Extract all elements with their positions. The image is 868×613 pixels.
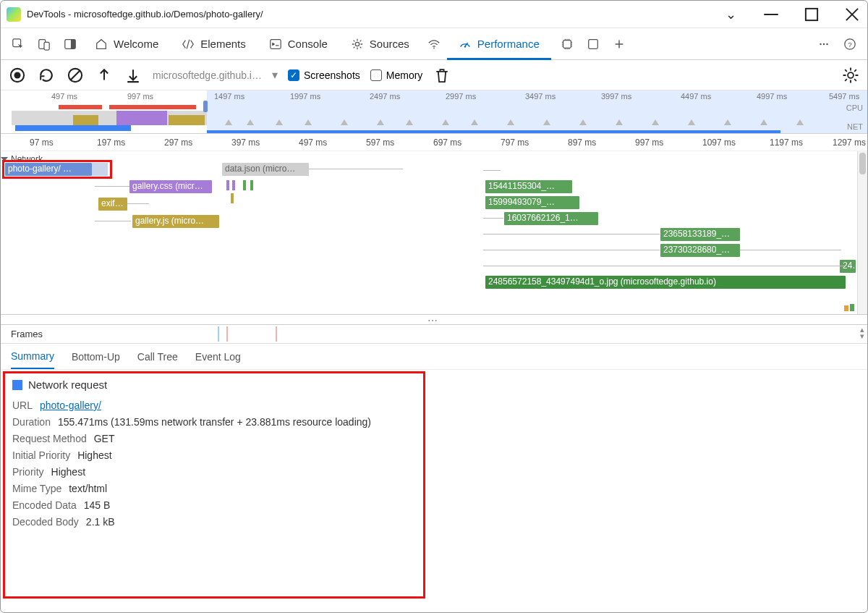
summary-duration: 155.471ms (131.59ms network transfer + 2… <box>58 416 371 428</box>
upload-profile-button[interactable] <box>95 66 114 85</box>
tab-welcome-label: Welcome <box>114 38 158 50</box>
network-bar-image[interactable]: 15441155304_… <box>485 180 572 193</box>
memory-checkbox[interactable]: Memory <box>370 69 423 81</box>
summary-panel: Network request URLphoto-gallery/ Durati… <box>1 370 867 612</box>
network-bar-image-long[interactable]: 24856572158_43497494d1_o.jpg (microsofte… <box>485 276 846 289</box>
screenshots-checkbox[interactable]: ✓Screenshots <box>288 69 360 81</box>
frames-label: Frames <box>11 329 43 339</box>
tool-tabstrip: Welcome Elements Console Sources Perform… <box>1 28 867 60</box>
chevron-down-icon[interactable]: ⌄ <box>721 5 740 24</box>
summary-request-method: GET <box>94 433 115 444</box>
overview-minimap[interactable]: 497 ms 997 ms 1497 ms 1997 ms 2497 ms 29… <box>1 90 867 134</box>
close-button[interactable] <box>843 5 861 24</box>
network-bar-css[interactable]: gallery.css (micr… <box>129 180 212 193</box>
frames-section[interactable]: Frames ▴▾ <box>1 325 867 344</box>
network-bar-image[interactable]: 23730328680_… <box>660 244 740 257</box>
network-bar-exif[interactable]: exif… <box>98 198 127 211</box>
clear-button[interactable] <box>66 66 85 85</box>
window-title: DevTools - microsoftedge.github.io/Demos… <box>27 9 263 20</box>
svg-point-13 <box>823 43 825 45</box>
network-bar-document[interactable]: photo-gallery/ … <box>5 163 92 176</box>
add-tab-icon[interactable] <box>606 28 632 59</box>
svg-rect-10 <box>563 40 571 48</box>
edge-devtools-icon <box>7 7 21 22</box>
svg-point-12 <box>820 43 822 45</box>
memory-tool-icon[interactable] <box>554 28 580 59</box>
network-bar-image[interactable]: 23658133189_… <box>660 228 740 241</box>
svg-point-14 <box>826 43 828 45</box>
tab-console[interactable]: Console <box>258 28 339 59</box>
more-icon[interactable] <box>811 28 837 59</box>
svg-rect-11 <box>588 39 597 48</box>
flame-scrollbar[interactable] <box>857 151 867 314</box>
tab-performance[interactable]: Performance <box>447 28 551 59</box>
summary-heading: Network request <box>12 379 856 391</box>
tab-call-tree[interactable]: Call Tree <box>137 345 178 368</box>
details-tabstrip: Summary Bottom-Up Call Tree Event Log <box>1 344 867 370</box>
title-bar: DevTools - microsoftedge.github.io/Demos… <box>1 1 867 28</box>
svg-rect-3 <box>44 42 49 50</box>
svg-point-7 <box>355 42 359 46</box>
summary-url-link[interactable]: photo-gallery/ <box>40 399 101 411</box>
download-profile-button[interactable] <box>124 66 142 85</box>
device-toolbar-icon[interactable] <box>31 28 57 59</box>
svg-point-20 <box>848 72 854 78</box>
settings-gear-icon[interactable] <box>841 66 860 85</box>
inspect-element-icon[interactable] <box>5 28 31 59</box>
tab-summary[interactable]: Summary <box>11 344 54 369</box>
maximize-button[interactable] <box>802 5 821 24</box>
svg-point-18 <box>14 72 20 78</box>
collapsed-sections-indicator[interactable]: ⋯ <box>1 315 867 325</box>
flame-chart-network[interactable]: Network photo-gallery/ … data.json (micr… <box>1 151 867 315</box>
tab-elements-label: Elements <box>200 38 246 50</box>
dock-side-icon[interactable] <box>57 28 83 59</box>
svg-rect-6 <box>271 39 281 48</box>
network-bar-image[interactable]: 24… <box>840 260 856 273</box>
network-bar-json[interactable]: data.json (micro… <box>222 163 309 176</box>
summary-initial-priority: Highest <box>77 449 111 461</box>
color-swatch <box>12 380 22 390</box>
frames-scroll-buttons[interactable]: ▴▾ <box>860 326 864 339</box>
tab-event-log[interactable]: Event Log <box>195 345 241 368</box>
summary-priority: Highest <box>51 466 85 478</box>
delete-profile-button[interactable] <box>433 66 451 85</box>
reload-record-button[interactable] <box>37 66 56 85</box>
summary-decoded-body: 2.1 kB <box>86 516 115 528</box>
svg-text:?: ? <box>848 40 852 48</box>
svg-point-9 <box>464 46 467 48</box>
summary-mimetype: text/html <box>69 483 107 494</box>
recording-url: microsoftedge.github.i… <box>153 69 262 81</box>
tab-performance-label: Performance <box>477 38 540 50</box>
svg-rect-0 <box>806 8 817 20</box>
cpu-label: CPU <box>846 103 863 112</box>
tab-welcome[interactable]: Welcome <box>83 28 170 59</box>
summary-encoded-data: 145 B <box>84 499 111 511</box>
network-bar-image[interactable]: 15999493079_… <box>485 196 579 209</box>
tab-elements[interactable]: Elements <box>170 28 258 59</box>
network-bar-image[interactable]: 16037662126_1… <box>504 212 598 225</box>
net-label: NET <box>847 122 863 131</box>
tab-console-label: Console <box>288 38 328 50</box>
tab-bottom-up[interactable]: Bottom-Up <box>72 345 120 368</box>
timeline-ruler[interactable]: 97 ms 197 ms 297 ms 397 ms 497 ms 597 ms… <box>1 134 867 151</box>
performance-toolbar: microsoftedge.github.i… ▾ ✓Screenshots M… <box>1 60 867 90</box>
minimize-button[interactable] <box>762 5 780 24</box>
svg-rect-5 <box>71 39 75 48</box>
application-tool-icon[interactable] <box>580 28 606 59</box>
network-conditions-icon[interactable] <box>421 28 447 59</box>
help-icon[interactable]: ? <box>837 28 863 59</box>
tab-sources[interactable]: Sources <box>339 28 421 59</box>
svg-point-8 <box>433 47 435 48</box>
record-button[interactable] <box>8 66 27 85</box>
network-bar-js[interactable]: gallery.js (micro… <box>132 215 219 228</box>
tab-sources-label: Sources <box>370 38 409 50</box>
